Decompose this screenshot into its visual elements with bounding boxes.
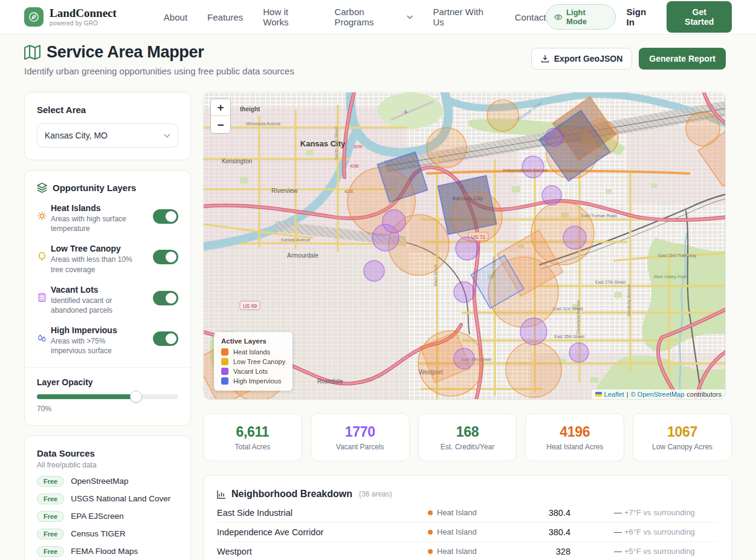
export-geojson-button[interactable]: Export GeoJSON [531,48,633,70]
sign-in-link[interactable]: Sign In [627,7,656,27]
zoom-in-button[interactable]: + [211,99,230,116]
stat-total-acres: 6,611 Total Acres [203,413,302,461]
chevron-down-icon [164,134,170,138]
nav-features[interactable]: Features [207,12,243,22]
map-label-armourdale: Armourdale [287,252,318,259]
bar-chart-icon [217,490,226,499]
layer-name: High Impervious [51,325,148,335]
svg-text:Kansas Avenue: Kansas Avenue [281,238,311,242]
layer-description: Areas with >75% impervious surface [51,336,141,356]
layer-description: Identified vacant or abandoned parcels [51,296,141,315]
heat-island-dot [428,549,433,554]
stats-row: 6,611 Total Acres 1770 Vacant Parcels 16… [203,413,732,461]
map-label-kensington: Kensington [222,158,252,164]
layer-row-high-impervious: High Impervious Areas with >75% impervio… [37,325,178,356]
slider-knob[interactable] [130,391,142,403]
logo-subtitle: powered by GRŌ [50,21,117,27]
svg-text:US 69: US 69 [243,303,257,309]
layers-title: Opportunity Layers [53,183,136,193]
area-select[interactable]: Kansas City, MO [37,123,178,148]
data-source-item: Free FEMA Flood Maps [37,546,178,557]
table-row[interactable]: Independence Ave Corridor Heat Island 38… [217,523,718,542]
nav-contact[interactable]: Contact [515,12,546,22]
data-source-item: Free EPA EJScreen [37,511,178,522]
page-title: Service Area Mapper [47,43,204,62]
leaf-logo-icon [24,7,44,27]
svg-text:Cleveland Avenue: Cleveland Avenue [576,301,580,334]
get-started-button[interactable]: Get Started [667,1,732,33]
layer-row-low-tree-canopy: Low Tree Canopy Areas with less than 10%… [37,244,178,274]
stat-low-canopy-acres: 1067 Low Canopy Acres [633,413,732,461]
svg-text:North 18th Street: North 18th Street [334,127,338,159]
generate-report-button[interactable]: Generate Report [639,48,726,70]
stat-est-credits: 168 Est. Credits/Year [418,413,517,461]
logo[interactable]: LandConnect powered by GRŌ [24,7,117,27]
map-legend: Active Layers Heat Islands Low Tree Cano… [214,332,292,391]
map-label-kansas-city: Kansas City [300,139,346,148]
divider [25,367,190,368]
table-row[interactable]: East Side Industrial Heat Island 380.4 —… [217,503,718,523]
svg-text:Hardesty Avenue: Hardesty Avenue [627,284,632,316]
layer-opacity-slider[interactable] [37,394,178,399]
layer-row-heat-islands: Heat Islands Areas with high surface tem… [37,203,178,233]
svg-text:Blue Valley Park: Blue Valley Park [654,274,688,279]
layer-description: Areas with less than 10% tree coverage [51,255,141,274]
legend-item: Low Tree Canopy [221,358,285,365]
free-badge: Free [37,511,64,522]
map-zoom-control: + − [210,99,231,134]
low-tree-canopy-toggle[interactable] [153,250,178,264]
building-icon [37,293,47,302]
legend-swatch [221,368,228,375]
select-area-title: Select Area [37,105,178,115]
heat-island-dot [428,510,433,515]
leaflet-link[interactable]: Leaflet [604,391,624,398]
top-navigation: LandConnect powered by GRŌ About Feature… [0,0,756,34]
nav-about[interactable]: About [164,12,187,22]
breakdown-count: (36 areas) [359,490,392,498]
legend-swatch [221,348,228,356]
slider-fill [37,394,136,399]
table-row[interactable]: Westport Heat Island 328 —+5°F vs surrou… [217,542,718,560]
free-badge: Free [37,546,64,557]
free-badge: Free [37,529,64,539]
nav-carbon-programs[interactable]: Carbon Programs [334,7,413,27]
sidebar: Select Area Kansas City, MO Opportunity … [24,92,191,560]
legend-item: Vacant Lots [221,368,285,375]
ukraine-flag-icon [595,392,602,397]
data-sources-card: Data Sources All free/public data Free O… [24,435,191,560]
vacant-lots-toggle[interactable] [153,291,178,305]
layer-name: Low Tree Canopy [51,244,148,253]
airport: ✈ [378,93,443,129]
stat-heat-island-acres: 4196 Heat Island Acres [525,413,624,461]
map-container[interactable]: ✈ [203,92,726,400]
map-label-riverview: Riverview [271,187,298,194]
zoom-out-button[interactable]: − [211,116,230,133]
nav-partner[interactable]: Partner With Us [433,7,494,27]
light-mode-toggle[interactable]: Light Mode [546,4,615,30]
layers-icon [37,183,47,193]
download-icon [541,54,549,63]
data-source-item: Free USGS National Land Cover [37,493,178,504]
heat-islands-toggle[interactable] [153,209,178,224]
legend-swatch [221,358,228,365]
legend-swatch [221,377,228,385]
breakdown-title: Neighborhood Breakdown [231,489,352,500]
page-subtitle: Identify urban greening opportunities us… [24,66,294,76]
data-source-item: Free Census TIGER [37,529,178,539]
nav-how-it-works[interactable]: How it Works [263,7,314,27]
select-area-card: Select Area Kansas City, MO [24,92,191,160]
droplets-icon [37,333,47,343]
layer-description: Areas with high surface temperature [51,214,141,233]
svg-text:Minnesota Avenue: Minnesota Avenue [246,122,281,126]
openstreetmap-link[interactable]: © OpenStreetMap [631,391,685,398]
svg-text:East 23rd Trafficway: East 23rd Trafficway [658,253,697,258]
map-label-rosedale: Rosedale [317,378,343,385]
legend-item: High Impervious [221,377,285,385]
svg-text:4288: 4288 [350,164,359,168]
layer-opacity-label: Layer Opacity [37,377,178,387]
layer-name: Vacant Lots [51,285,148,295]
eye-icon [554,14,563,21]
sun-icon [37,211,47,221]
high-impervious-toggle[interactable] [153,331,178,346]
legend-item: Heat Islands [221,348,285,356]
